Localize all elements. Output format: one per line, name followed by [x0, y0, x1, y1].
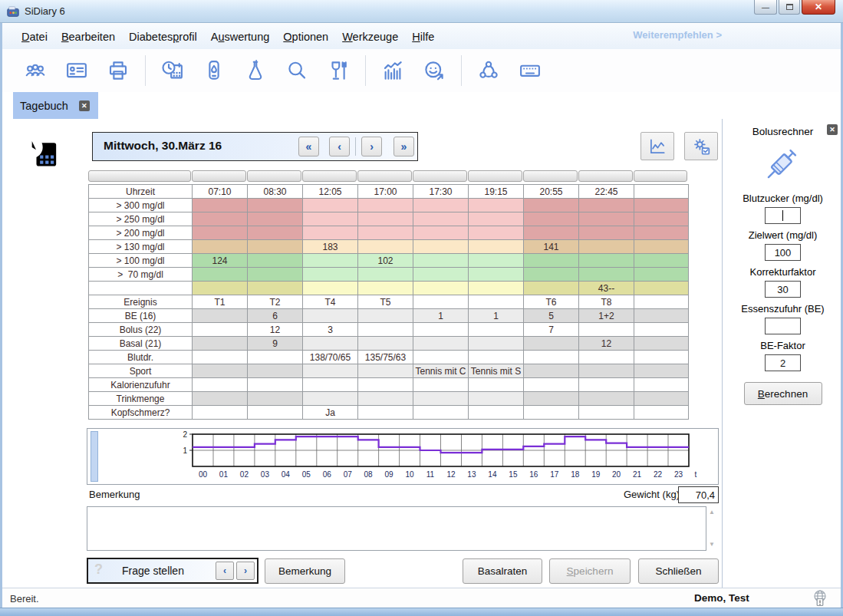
diary-cell[interactable] — [248, 282, 303, 295]
wellness-smiley-icon[interactable] — [423, 59, 446, 82]
diary-cell[interactable] — [579, 392, 634, 406]
calc-field-input[interactable]: 2 — [765, 354, 801, 371]
diary-cell[interactable] — [634, 309, 689, 323]
diary-cell[interactable] — [193, 337, 248, 351]
column-header-button[interactable] — [247, 170, 301, 182]
diary-cell[interactable]: 183 — [303, 240, 358, 254]
diary-cell[interactable] — [303, 364, 358, 378]
calc-field-input[interactable]: 30 — [765, 281, 801, 298]
diary-cell[interactable] — [634, 337, 689, 351]
diary-cell[interactable]: T8 — [579, 295, 634, 309]
diary-cell[interactable]: 135/75/63 — [358, 351, 413, 364]
diary-cell[interactable] — [579, 212, 634, 226]
diary-cell[interactable] — [413, 295, 469, 309]
diary-cell[interactable] — [413, 392, 469, 406]
glucose-meter-icon[interactable] — [203, 59, 226, 82]
diary-cell[interactable] — [469, 323, 524, 337]
diary-cell[interactable] — [524, 392, 579, 406]
diary-cell[interactable] — [248, 392, 303, 406]
diary-cell[interactable]: 07:10 — [193, 185, 248, 199]
panel-close-icon[interactable]: ✕ — [827, 124, 838, 135]
diary-cell[interactable] — [358, 226, 413, 240]
menu-auswertung[interactable]: Auswertung — [204, 28, 277, 46]
diary-cell[interactable] — [193, 226, 248, 240]
diary-cell[interactable] — [579, 240, 634, 254]
diary-cell[interactable] — [193, 212, 248, 226]
diary-cell[interactable] — [469, 282, 524, 295]
tab-close-icon[interactable]: ✕ — [79, 100, 90, 111]
diary-cell[interactable] — [413, 282, 469, 295]
diary-cell[interactable] — [413, 212, 469, 226]
diary-cell[interactable] — [303, 392, 358, 406]
remark-textarea[interactable] — [87, 506, 706, 551]
menu-optionen[interactable]: Optionen — [276, 28, 335, 46]
users-icon[interactable] — [24, 59, 47, 82]
minimize-button[interactable]: — — [754, 0, 777, 15]
menu-diabetesprofil[interactable]: Diabetesprofil — [122, 28, 204, 46]
diary-cell[interactable]: 1 — [469, 309, 524, 323]
trend-chart-button[interactable] — [640, 132, 674, 160]
diary-cell[interactable] — [248, 226, 303, 240]
diary-cell[interactable]: 20:55 — [524, 185, 579, 199]
diary-cell[interactable] — [248, 406, 303, 420]
diary-cell[interactable] — [413, 240, 469, 254]
ask-next-button[interactable]: › — [236, 562, 255, 580]
share-icon[interactable] — [477, 59, 500, 82]
diary-cell[interactable] — [248, 364, 303, 378]
diary-cell[interactable] — [413, 199, 469, 212]
calendar-clock-icon[interactable] — [161, 59, 184, 82]
diary-cell[interactable] — [358, 392, 413, 406]
weight-input[interactable]: 70,4 — [678, 486, 719, 503]
diary-cell[interactable]: 43-- — [579, 282, 634, 295]
diary-cell[interactable] — [579, 351, 634, 364]
diary-cell[interactable] — [469, 212, 524, 226]
diary-cell[interactable] — [524, 282, 579, 295]
diary-cell[interactable] — [358, 199, 413, 212]
diary-cell[interactable] — [413, 226, 469, 240]
remark-button[interactable]: Bemerkung — [265, 558, 345, 584]
diary-cell[interactable] — [634, 212, 689, 226]
diary-cell[interactable] — [248, 351, 303, 364]
diary-cell[interactable]: 1 — [413, 309, 469, 323]
diary-cell[interactable]: 22:45 — [579, 185, 634, 199]
diary-cell[interactable] — [524, 212, 579, 226]
diary-cell[interactable] — [413, 337, 469, 351]
ask-question-group[interactable]: ? Frage stellen ‹ › — [87, 558, 258, 584]
diary-cell[interactable] — [524, 364, 579, 378]
diary-cell[interactable] — [248, 212, 303, 226]
diary-cell[interactable]: T4 — [303, 295, 358, 309]
diary-cell[interactable]: 17:30 — [413, 185, 469, 199]
first-day-button[interactable]: « — [298, 137, 319, 156]
diary-cell[interactable] — [193, 240, 248, 254]
diary-cell[interactable] — [634, 323, 689, 337]
diary-cell[interactable] — [358, 323, 413, 337]
last-day-button[interactable]: » — [394, 137, 414, 156]
diary-cell[interactable]: 124 — [193, 254, 248, 268]
diary-cell[interactable]: 08:30 — [248, 185, 303, 199]
diary-cell[interactable] — [248, 254, 303, 268]
diary-cell[interactable] — [579, 323, 634, 337]
diary-cell[interactable] — [358, 268, 413, 282]
diary-cell[interactable] — [469, 226, 524, 240]
column-header-button[interactable] — [357, 170, 412, 182]
diary-cell[interactable] — [634, 351, 689, 364]
diary-cell[interactable] — [303, 282, 358, 295]
diary-cell[interactable] — [524, 406, 579, 420]
diary-cell[interactable] — [524, 268, 579, 282]
keyboard-icon[interactable] — [519, 59, 542, 82]
diary-cell[interactable]: 9 — [248, 337, 303, 351]
diary-cell[interactable] — [193, 268, 248, 282]
maximize-button[interactable] — [779, 0, 800, 15]
diary-cell[interactable]: 6 — [248, 309, 303, 323]
menu-werkzeuge[interactable]: Werkzeuge — [335, 28, 405, 46]
diary-cell[interactable] — [469, 392, 524, 406]
diary-cell[interactable] — [524, 378, 579, 392]
diary-cell[interactable] — [303, 309, 358, 323]
diary-cell[interactable] — [634, 392, 689, 406]
diary-cell[interactable] — [579, 268, 634, 282]
diary-cell[interactable] — [634, 199, 689, 212]
diary-cell[interactable] — [524, 254, 579, 268]
diary-cell[interactable] — [358, 337, 413, 351]
diary-cell[interactable] — [634, 378, 689, 392]
diary-cell[interactable] — [634, 364, 689, 378]
